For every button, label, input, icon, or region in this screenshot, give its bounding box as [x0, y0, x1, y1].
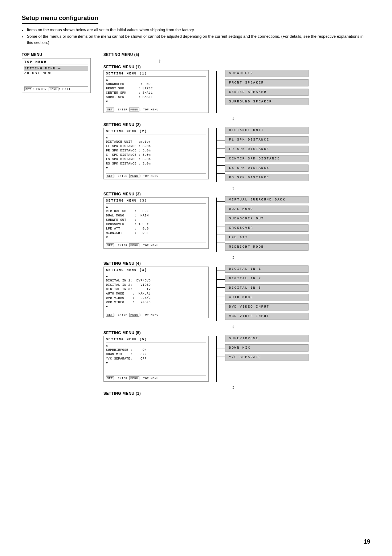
sm1-right-items: SUBWOOFER FRONT SPEAKER CENTER SPEAKER S…	[225, 65, 309, 106]
sm4-box: SETTING MENU (4) ▲ DIGITAL IN 1: DVR/DVD…	[103, 267, 209, 318]
sm5-top-row: SETTING MENU (5) ↕	[103, 53, 309, 64]
right-distance-unit: DISTANCE UNIT	[225, 127, 309, 134]
sm5-row-1: SUPERIMPOSE : ON	[106, 348, 206, 352]
right-dual-mono: DUAL MONO	[225, 206, 309, 213]
right-ls-spk-distance: LS SPK DISTANCE	[225, 165, 309, 172]
right-digital-in-2: DIGITAL IN 2	[225, 275, 309, 282]
sm2-row: SETTING MENU (2) SETTING MENU (2) ▲ DIST…	[103, 122, 309, 182]
sm3-row: SETTING MENU (3) SETTING MENU (3) ▲ VIRT…	[103, 192, 309, 252]
sm2-row-5: LS SPK DISTANCE : 3.0m	[106, 157, 206, 162]
right-digital-in-3: DIGITAL IN 3	[225, 284, 309, 292]
sm2-set-btn: SET	[106, 174, 114, 178]
right-fr-spk-distance: FR SPK DISTANCE	[225, 146, 309, 153]
top-menu-box: TOP MENU SETTING MENU — ADJUST MENU SET:…	[22, 58, 91, 93]
sm3-row-2: DUAL MONO : MAIN	[106, 214, 206, 218]
sm1-label: SETTING MENU (1)	[103, 65, 216, 69]
sm4-row-4: AUTO MODE : MANUAL	[106, 292, 206, 296]
mid-right-area: SETTING MENU (5) ↕ SETTING MENU (1) SETT…	[103, 53, 309, 397]
sm5-row-2: DOWN MIX : OFF	[106, 352, 206, 357]
sm2-row-6: RS SPK DISTANCE : 3.0m	[106, 162, 206, 166]
sm2-label: SETTING MENU (2)	[103, 122, 216, 127]
right-center-spk-distance: CENTER SPK DISTANCE	[225, 155, 309, 162]
sm3-right-items: VIRTUAL SURROUND BACK DUAL MONO SUBWOOFE…	[225, 192, 309, 252]
sm2-enter: SET: ENTER MENU: TOP MENU	[106, 173, 206, 178]
sm2-right-items: DISTANCE UNIT FL SPK DISTANCE FR SPK DIS…	[225, 122, 309, 182]
right-yc-separate: Y/C SEPARATE	[225, 354, 309, 361]
right-crossover: CROSSOVER	[225, 224, 309, 232]
sm2-row-0: ▲	[106, 135, 206, 140]
sm1-row-3: CENTER SPK : SMALL	[106, 91, 206, 95]
sm5-row-0: ▲	[106, 344, 206, 348]
sm5-box: SETTING MENU (5) ▲ SUPERIMPOSE : ON DOWN…	[103, 336, 209, 382]
sm1-row-0: ▲	[106, 78, 206, 82]
bullet-2: Some of the menus or some items on the m…	[27, 33, 370, 46]
sm5-connector	[216, 330, 225, 382]
sm1-enter: SET: ENTER MENU: TOP MENU	[106, 107, 206, 111]
sm4-menu-btn: MENU	[129, 313, 139, 317]
sm5-row-3: Y/C SEPARATE: OFF	[106, 357, 206, 361]
sm1-bottom-label: SETTING MENU (1)	[103, 391, 309, 395]
sm4-right-items: DIGITAL IN 1 DIGITAL IN 2 DIGITAL IN 3 A…	[225, 261, 309, 321]
right-surround-speaker: SURROUND SPEAKER	[225, 98, 309, 105]
right-virtual-surround-back: VIRTUAL SURROUND BACK	[225, 196, 309, 203]
sm1-row-4: SURR. SPK : SMALL	[106, 95, 206, 100]
right-subwoofer-out: SUBWOOFER OUT	[225, 215, 309, 222]
sm2-row-4: C SPK DISTANCE : 3.0m	[106, 153, 206, 157]
sm2-row-3: FR SPK DISTANCE : 3.0m	[106, 149, 206, 153]
sm5-right-items: SUPERIMPOSE DOWN MIX Y/C SEPARATE	[225, 330, 309, 362]
sm2-row-7: ▼	[106, 166, 206, 170]
sm5-top-arrow: ↕	[103, 58, 216, 63]
arrow-2-3: ↕	[158, 185, 309, 190]
arrow-4-5: ↕	[158, 324, 309, 329]
right-superimpose: SUPERIMPOSE	[225, 335, 309, 342]
page-title: Setup menu configuration	[22, 15, 98, 24]
sm3-row-6: MIDNIGHT : OFF	[106, 231, 206, 235]
sm2-title: SETTING MENU (2)	[106, 130, 206, 134]
sm3-row-5: LFE ATT : 0dB	[106, 227, 206, 231]
bullet-1: Items on the menus shown below are all s…	[27, 27, 370, 33]
sm3-set-btn: SET	[106, 243, 114, 247]
sm4-row-6: VCR VIDEO : RGB/C	[106, 300, 206, 305]
sm4-title: SETTING MENU (4)	[106, 268, 206, 273]
sm1-box: SETTING MENU (1) ▲ SUBWOOFER : NO FRONT …	[103, 70, 209, 113]
top-menu-title: TOP MENU	[24, 60, 88, 65]
sm4-connector	[216, 261, 225, 321]
sm2-box: SETTING MENU (2) ▲ DISTANCE UNIT :meter …	[103, 128, 209, 179]
sm4-label: SETTING MENU (4)	[103, 261, 216, 265]
sm3-row-0: ▲	[106, 205, 206, 209]
sm1-menu-btn: MENU	[129, 107, 139, 111]
right-front-speaker: FRONT SPEAKER	[225, 79, 309, 86]
arrow-3-4: ↕	[158, 255, 309, 260]
sm5-row-4: ▼	[106, 361, 206, 365]
sm2-menu-btn: MENU	[129, 174, 139, 178]
set-btn: SET	[24, 87, 32, 91]
sm1-row-2: FRONT SPK : LARGE	[106, 86, 206, 91]
sm4-row-0: ▲	[106, 274, 206, 279]
sm3-connector	[216, 192, 225, 252]
arrow-1-2: ↕	[158, 116, 309, 121]
sm1-row: SETTING MENU (1) SETTING MENU (1) ▲ SUBW…	[103, 65, 309, 113]
page-number: 19	[364, 539, 370, 545]
sm5-row: SETTING MENU (5) SETTING MENU (5) ▲ SUPE…	[103, 330, 309, 382]
top-menu-item-adjust: ADJUST MENU	[24, 71, 88, 76]
right-vcr-video-input: VCR VIDEO INPUT	[225, 313, 309, 320]
sm4-row-5: DVD VIDEO : RGB/C	[106, 296, 206, 300]
right-lfe-att: LFE ATT	[225, 234, 309, 241]
sm5-menu-btn: MENU	[129, 376, 139, 380]
bullet-list: Items on the menus shown below are all s…	[22, 27, 370, 46]
sm3-enter: SET: ENTER MENU: TOP MENU	[106, 243, 206, 247]
right-fl-spk-distance: FL SPK DISTANCE	[225, 136, 309, 143]
right-down-mix: DOWN MIX	[225, 344, 309, 352]
sm3-menu-btn: MENU	[129, 243, 139, 247]
sm3-row-4: CROSSOVER : 150Hz	[106, 222, 206, 227]
sm3-box: SETTING MENU (3) ▲ VIRTUAL SB : OFF DUAL…	[103, 197, 209, 249]
sm1-row-1: SUBWOOFER : NO	[106, 82, 206, 86]
sm5-top-label: SETTING MENU (5)	[103, 53, 216, 57]
sm2-row-1: DISTANCE UNIT :meter	[106, 140, 206, 144]
sm1-row-5: ▼	[106, 100, 206, 104]
sm3-row-1: VIRTUAL SB : OFF	[106, 209, 206, 214]
arrow-5-1: ↕	[158, 385, 309, 390]
sm5-enter: SET: ENTER MENU: TOP MENU	[106, 376, 206, 380]
sm5-title: SETTING MENU (5)	[106, 338, 206, 342]
sm4-row-7: ▼	[106, 305, 206, 309]
